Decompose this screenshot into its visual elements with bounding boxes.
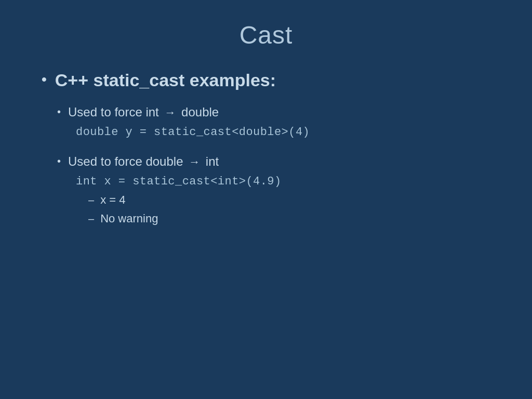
bullet-dot: • (42, 71, 47, 88)
arrow-icon-1: → (164, 106, 176, 119)
slide-title: Cast (31, 21, 501, 49)
dash-icon-1: – (88, 194, 94, 206)
sub-bullet-header-1: • Used to force int → double (57, 105, 219, 119)
sub-bullet-header-2: • Used to force double → int (57, 154, 219, 169)
sub-bullet-text-2: Used to force double → int (68, 154, 219, 169)
sub-sub-bullet-item-1: – x = 4 (88, 193, 158, 207)
sub-sub-bullet-label-2: No warning (100, 212, 158, 225)
sub-sub-bullet-label-1: x = 4 (100, 193, 125, 207)
dash-icon-2: – (88, 213, 94, 225)
sub-sub-bullet-list: – x = 4 – No warning (88, 193, 158, 231)
slide: Cast • C++ static_cast examples: • Used … (0, 0, 532, 399)
sub-bullet-suffix-2: int (206, 154, 219, 168)
main-bullet-label: C++ static_cast examples: (55, 70, 276, 90)
main-bullet-item: • C++ static_cast examples: (42, 70, 501, 90)
sub-bullet-item-2: • Used to force double → int int x = sta… (57, 154, 501, 231)
arrow-icon-2: → (189, 155, 200, 168)
slide-content: • C++ static_cast examples: • Used to fo… (31, 70, 501, 378)
main-bullet-list: • C++ static_cast examples: (42, 70, 501, 90)
sub-sub-bullet-item-2: – No warning (88, 212, 158, 225)
sub-bullet-prefix-2: Used to force double (68, 154, 183, 168)
sub-bullet-prefix-1: Used to force int (68, 105, 159, 119)
sub-bullet-text-1: Used to force int → double (68, 105, 219, 119)
sub-bullet-dot-2: • (57, 155, 61, 167)
sub-bullet-list: • Used to force int → double double y = … (57, 105, 501, 231)
sub-bullet-item-1: • Used to force int → double double y = … (57, 105, 501, 139)
code-block-2: int x = static_cast<int>(4.9) (76, 175, 282, 188)
sub-bullet-dot-1: • (57, 106, 61, 118)
sub-bullet-suffix-1: double (181, 105, 219, 119)
code-block-1: double y = static_cast<double>(4) (76, 126, 310, 139)
